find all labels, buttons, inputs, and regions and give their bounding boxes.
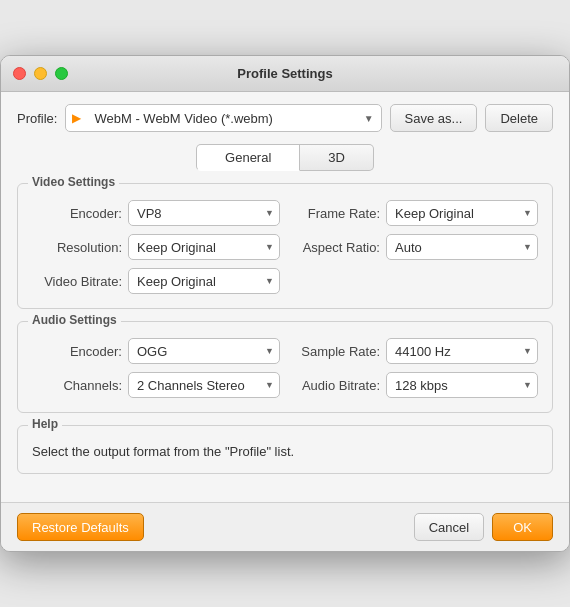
ok-button[interactable]: OK bbox=[492, 513, 553, 541]
resolution-label: Resolution: bbox=[32, 240, 122, 255]
window-title: Profile Settings bbox=[237, 66, 332, 81]
tabs-row: General 3D bbox=[17, 144, 553, 171]
window-controls bbox=[13, 67, 68, 80]
empty-cell bbox=[290, 268, 538, 294]
encoder-label: Encoder: bbox=[32, 206, 122, 221]
profile-label: Profile: bbox=[17, 111, 57, 126]
profile-row: Profile: ▶ WebM - WebM Video (*.webm) ▼ … bbox=[17, 104, 553, 132]
help-text: Select the output format from the "Profi… bbox=[32, 444, 538, 459]
audio-settings-section: Audio Settings Encoder: OGG ▼ Sample Rat… bbox=[17, 321, 553, 413]
channels-field-row: Channels: 2 Channels Stereo ▼ bbox=[32, 372, 280, 398]
audio-settings-grid: Encoder: OGG ▼ Sample Rate: 44100 Hz bbox=[32, 338, 538, 398]
video-bitrate-field-row: Video Bitrate: Keep Original ▼ bbox=[32, 268, 280, 294]
help-title: Help bbox=[28, 417, 62, 431]
channels-select-wrapper: 2 Channels Stereo ▼ bbox=[128, 372, 280, 398]
restore-defaults-button[interactable]: Restore Defaults bbox=[17, 513, 144, 541]
audio-settings-title: Audio Settings bbox=[28, 313, 121, 327]
channels-label: Channels: bbox=[32, 378, 122, 393]
audio-bitrate-select-wrapper: 128 kbps ▼ bbox=[386, 372, 538, 398]
aspect-ratio-label: Aspect Ratio: bbox=[290, 240, 380, 255]
profile-select-wrapper: ▶ WebM - WebM Video (*.webm) ▼ bbox=[65, 104, 381, 132]
audio-bitrate-field-row: Audio Bitrate: 128 kbps ▼ bbox=[290, 372, 538, 398]
maximize-button[interactable] bbox=[55, 67, 68, 80]
title-bar: Profile Settings bbox=[1, 56, 569, 92]
close-button[interactable] bbox=[13, 67, 26, 80]
resolution-select[interactable]: Keep Original bbox=[128, 234, 280, 260]
tab-3d[interactable]: 3D bbox=[300, 144, 374, 171]
video-bitrate-select[interactable]: Keep Original bbox=[128, 268, 280, 294]
aspect-ratio-select-wrapper: Auto ▼ bbox=[386, 234, 538, 260]
audio-encoder-label: Encoder: bbox=[32, 344, 122, 359]
resolution-select-wrapper: Keep Original ▼ bbox=[128, 234, 280, 260]
encoder-field-row: Encoder: VP8 ▼ bbox=[32, 200, 280, 226]
encoder-select-wrapper: VP8 ▼ bbox=[128, 200, 280, 226]
audio-encoder-field-row: Encoder: OGG ▼ bbox=[32, 338, 280, 364]
frame-rate-field-row: Frame Rate: Keep Original ▼ bbox=[290, 200, 538, 226]
minimize-button[interactable] bbox=[34, 67, 47, 80]
frame-rate-select-wrapper: Keep Original ▼ bbox=[386, 200, 538, 226]
tab-general[interactable]: General bbox=[196, 144, 300, 171]
video-settings-grid: Encoder: VP8 ▼ Frame Rate: Keep Original bbox=[32, 200, 538, 294]
aspect-ratio-select[interactable]: Auto bbox=[386, 234, 538, 260]
video-settings-title: Video Settings bbox=[28, 175, 119, 189]
frame-rate-label: Frame Rate: bbox=[290, 206, 380, 221]
play-icon: ▶ bbox=[72, 111, 81, 125]
cancel-button[interactable]: Cancel bbox=[414, 513, 484, 541]
audio-encoder-select[interactable]: OGG bbox=[128, 338, 280, 364]
sample-rate-select[interactable]: 44100 Hz bbox=[386, 338, 538, 364]
audio-encoder-select-wrapper: OGG ▼ bbox=[128, 338, 280, 364]
channels-select[interactable]: 2 Channels Stereo bbox=[128, 372, 280, 398]
footer-right-buttons: Cancel OK bbox=[414, 513, 553, 541]
footer: Restore Defaults Cancel OK bbox=[1, 502, 569, 551]
frame-rate-select[interactable]: Keep Original bbox=[386, 200, 538, 226]
profile-settings-window: Profile Settings Profile: ▶ WebM - WebM … bbox=[0, 55, 570, 552]
main-content: Profile: ▶ WebM - WebM Video (*.webm) ▼ … bbox=[1, 92, 569, 502]
sample-rate-field-row: Sample Rate: 44100 Hz ▼ bbox=[290, 338, 538, 364]
resolution-field-row: Resolution: Keep Original ▼ bbox=[32, 234, 280, 260]
sample-rate-label: Sample Rate: bbox=[290, 344, 380, 359]
save-as-button[interactable]: Save as... bbox=[390, 104, 478, 132]
video-bitrate-label: Video Bitrate: bbox=[32, 274, 122, 289]
sample-rate-select-wrapper: 44100 Hz ▼ bbox=[386, 338, 538, 364]
profile-select[interactable]: WebM - WebM Video (*.webm) bbox=[65, 104, 381, 132]
help-section: Help Select the output format from the "… bbox=[17, 425, 553, 474]
encoder-select[interactable]: VP8 bbox=[128, 200, 280, 226]
video-settings-section: Video Settings Encoder: VP8 ▼ Frame Rate… bbox=[17, 183, 553, 309]
audio-bitrate-select[interactable]: 128 kbps bbox=[386, 372, 538, 398]
audio-bitrate-label: Audio Bitrate: bbox=[290, 378, 380, 393]
video-bitrate-select-wrapper: Keep Original ▼ bbox=[128, 268, 280, 294]
delete-button[interactable]: Delete bbox=[485, 104, 553, 132]
aspect-ratio-field-row: Aspect Ratio: Auto ▼ bbox=[290, 234, 538, 260]
